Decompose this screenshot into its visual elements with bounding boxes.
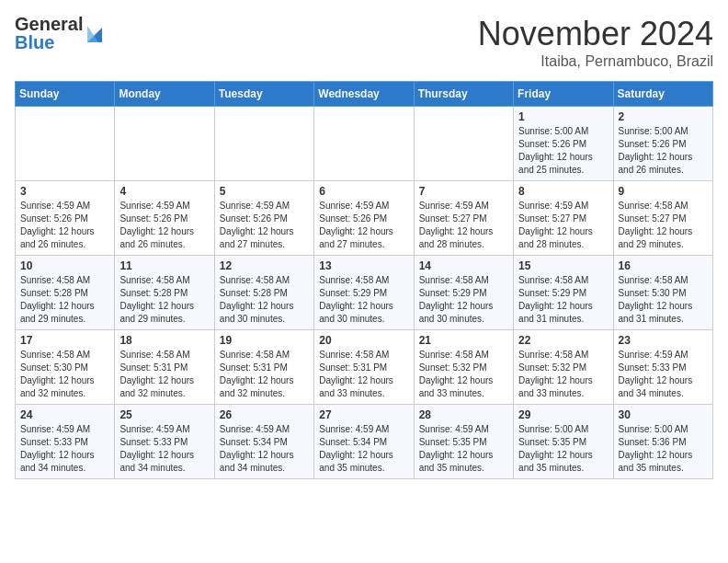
- calendar-cell: 10Sunrise: 4:58 AM Sunset: 5:28 PM Dayli…: [16, 256, 115, 330]
- day-number: 19: [220, 334, 309, 347]
- day-info: Sunrise: 4:58 AM Sunset: 5:28 PM Dayligh…: [119, 274, 209, 326]
- day-info: Sunrise: 4:58 AM Sunset: 5:27 PM Dayligh…: [619, 200, 708, 251]
- day-info: Sunrise: 4:59 AM Sunset: 5:26 PM Dayligh…: [119, 200, 209, 251]
- day-info: Sunrise: 4:59 AM Sunset: 5:35 PM Dayligh…: [419, 423, 508, 475]
- day-info: Sunrise: 4:59 AM Sunset: 5:34 PM Dayligh…: [319, 423, 408, 475]
- day-number: 3: [20, 185, 109, 198]
- day-number: 10: [20, 259, 109, 272]
- weekday-header-row: SundayMondayTuesdayWednesdayThursdayFrid…: [16, 82, 713, 107]
- week-row-1: 1Sunrise: 5:00 AM Sunset: 5:26 PM Daylig…: [16, 107, 713, 181]
- day-info: Sunrise: 4:58 AM Sunset: 5:29 PM Dayligh…: [319, 274, 408, 326]
- day-number: 16: [619, 259, 708, 272]
- calendar-cell: 4Sunrise: 4:59 AM Sunset: 5:26 PM Daylig…: [115, 181, 214, 256]
- calendar-cell: 13Sunrise: 4:58 AM Sunset: 5:29 PM Dayli…: [314, 256, 414, 330]
- weekday-header-monday: Monday: [115, 82, 214, 107]
- day-number: 29: [518, 408, 608, 421]
- calendar-cell: 1Sunrise: 5:00 AM Sunset: 5:26 PM Daylig…: [514, 107, 613, 181]
- day-number: 9: [619, 185, 708, 198]
- calendar-cell: 9Sunrise: 4:58 AM Sunset: 5:27 PM Daylig…: [613, 181, 712, 256]
- calendar-cell: 2Sunrise: 5:00 AM Sunset: 5:26 PM Daylig…: [613, 107, 712, 181]
- calendar-cell: 15Sunrise: 4:58 AM Sunset: 5:29 PM Dayli…: [514, 256, 613, 330]
- calendar-cell: 30Sunrise: 5:00 AM Sunset: 5:36 PM Dayli…: [613, 405, 712, 479]
- week-row-4: 17Sunrise: 4:58 AM Sunset: 5:30 PM Dayli…: [16, 330, 713, 405]
- calendar-cell: 27Sunrise: 4:59 AM Sunset: 5:34 PM Dayli…: [314, 405, 414, 479]
- day-info: Sunrise: 4:58 AM Sunset: 5:31 PM Dayligh…: [119, 349, 209, 400]
- day-number: 17: [20, 334, 109, 347]
- day-number: 27: [319, 408, 408, 421]
- weekday-header-tuesday: Tuesday: [214, 82, 313, 107]
- day-number: 26: [220, 408, 309, 421]
- logo-blue: Blue: [15, 33, 83, 52]
- day-info: Sunrise: 4:58 AM Sunset: 5:28 PM Dayligh…: [20, 274, 109, 326]
- calendar-cell: 12Sunrise: 4:58 AM Sunset: 5:28 PM Dayli…: [214, 256, 313, 330]
- calendar-cell: [414, 107, 513, 181]
- day-info: Sunrise: 5:00 AM Sunset: 5:36 PM Dayligh…: [619, 423, 708, 475]
- calendar-table: SundayMondayTuesdayWednesdayThursdayFrid…: [15, 81, 713, 479]
- calendar-cell: 25Sunrise: 4:59 AM Sunset: 5:33 PM Dayli…: [115, 405, 214, 479]
- calendar-cell: [314, 107, 414, 181]
- calendar-cell: 7Sunrise: 4:59 AM Sunset: 5:27 PM Daylig…: [414, 181, 513, 256]
- logo-general: General: [15, 15, 83, 33]
- day-number: 5: [220, 185, 309, 198]
- day-number: 2: [619, 110, 708, 123]
- day-info: Sunrise: 4:59 AM Sunset: 5:33 PM Dayligh…: [619, 349, 708, 400]
- calendar-cell: 23Sunrise: 4:59 AM Sunset: 5:33 PM Dayli…: [613, 330, 712, 405]
- day-info: Sunrise: 4:59 AM Sunset: 5:33 PM Dayligh…: [20, 423, 109, 475]
- day-info: Sunrise: 5:00 AM Sunset: 5:26 PM Dayligh…: [518, 125, 608, 177]
- subtitle: Itaiba, Pernambuco, Brazil: [478, 53, 713, 70]
- logo-sail-icon: [85, 22, 102, 44]
- calendar-cell: 19Sunrise: 4:58 AM Sunset: 5:31 PM Dayli…: [214, 330, 313, 405]
- day-info: Sunrise: 4:58 AM Sunset: 5:31 PM Dayligh…: [220, 349, 309, 400]
- calendar-cell: [115, 107, 214, 181]
- day-info: Sunrise: 4:58 AM Sunset: 5:32 PM Dayligh…: [419, 349, 508, 400]
- weekday-header-thursday: Thursday: [414, 82, 513, 107]
- calendar-cell: 5Sunrise: 4:59 AM Sunset: 5:26 PM Daylig…: [214, 181, 313, 256]
- month-title: November 2024: [478, 15, 713, 53]
- day-number: 15: [518, 259, 608, 272]
- day-number: 12: [220, 259, 309, 272]
- calendar-cell: 6Sunrise: 4:59 AM Sunset: 5:26 PM Daylig…: [314, 181, 414, 256]
- weekday-header-saturday: Saturday: [613, 82, 712, 107]
- day-info: Sunrise: 4:59 AM Sunset: 5:34 PM Dayligh…: [220, 423, 309, 475]
- day-info: Sunrise: 4:59 AM Sunset: 5:33 PM Dayligh…: [119, 423, 209, 475]
- day-number: 7: [419, 185, 508, 198]
- calendar-cell: [16, 107, 115, 181]
- calendar-cell: 8Sunrise: 4:59 AM Sunset: 5:27 PM Daylig…: [514, 181, 613, 256]
- day-info: Sunrise: 5:00 AM Sunset: 5:26 PM Dayligh…: [619, 125, 708, 177]
- day-info: Sunrise: 4:58 AM Sunset: 5:30 PM Dayligh…: [20, 349, 109, 400]
- week-row-2: 3Sunrise: 4:59 AM Sunset: 5:26 PM Daylig…: [16, 181, 713, 256]
- day-info: Sunrise: 4:58 AM Sunset: 5:29 PM Dayligh…: [419, 274, 508, 326]
- day-number: 6: [319, 185, 408, 198]
- day-number: 4: [119, 185, 209, 198]
- day-info: Sunrise: 4:58 AM Sunset: 5:28 PM Dayligh…: [220, 274, 309, 326]
- day-info: Sunrise: 4:58 AM Sunset: 5:29 PM Dayligh…: [518, 274, 608, 326]
- day-number: 13: [319, 259, 408, 272]
- day-info: Sunrise: 4:58 AM Sunset: 5:31 PM Dayligh…: [319, 349, 408, 400]
- day-number: 8: [518, 185, 608, 198]
- calendar-cell: 14Sunrise: 4:58 AM Sunset: 5:29 PM Dayli…: [414, 256, 513, 330]
- page-header: General Blue November 2024 Itaiba, Perna…: [15, 15, 713, 70]
- calendar-cell: 24Sunrise: 4:59 AM Sunset: 5:33 PM Dayli…: [16, 405, 115, 479]
- logo-text: General Blue: [15, 15, 83, 52]
- day-number: 21: [419, 334, 508, 347]
- weekday-header-friday: Friday: [514, 82, 613, 107]
- calendar-cell: 28Sunrise: 4:59 AM Sunset: 5:35 PM Dayli…: [414, 405, 513, 479]
- title-area: November 2024 Itaiba, Pernambuco, Brazil: [478, 15, 713, 70]
- day-number: 14: [419, 259, 508, 272]
- calendar-cell: 18Sunrise: 4:58 AM Sunset: 5:31 PM Dayli…: [115, 330, 214, 405]
- calendar-cell: [214, 107, 313, 181]
- day-number: 24: [20, 408, 109, 421]
- calendar-cell: 22Sunrise: 4:58 AM Sunset: 5:32 PM Dayli…: [514, 330, 613, 405]
- day-info: Sunrise: 4:59 AM Sunset: 5:26 PM Dayligh…: [220, 200, 309, 251]
- week-row-3: 10Sunrise: 4:58 AM Sunset: 5:28 PM Dayli…: [16, 256, 713, 330]
- day-info: Sunrise: 4:58 AM Sunset: 5:30 PM Dayligh…: [619, 274, 708, 326]
- calendar-cell: 16Sunrise: 4:58 AM Sunset: 5:30 PM Dayli…: [613, 256, 712, 330]
- calendar-cell: 21Sunrise: 4:58 AM Sunset: 5:32 PM Dayli…: [414, 330, 513, 405]
- calendar-cell: 3Sunrise: 4:59 AM Sunset: 5:26 PM Daylig…: [16, 181, 115, 256]
- day-number: 23: [619, 334, 708, 347]
- logo: General Blue: [15, 15, 102, 52]
- day-number: 30: [619, 408, 708, 421]
- day-number: 22: [518, 334, 608, 347]
- day-info: Sunrise: 4:59 AM Sunset: 5:26 PM Dayligh…: [319, 200, 408, 251]
- day-number: 28: [419, 408, 508, 421]
